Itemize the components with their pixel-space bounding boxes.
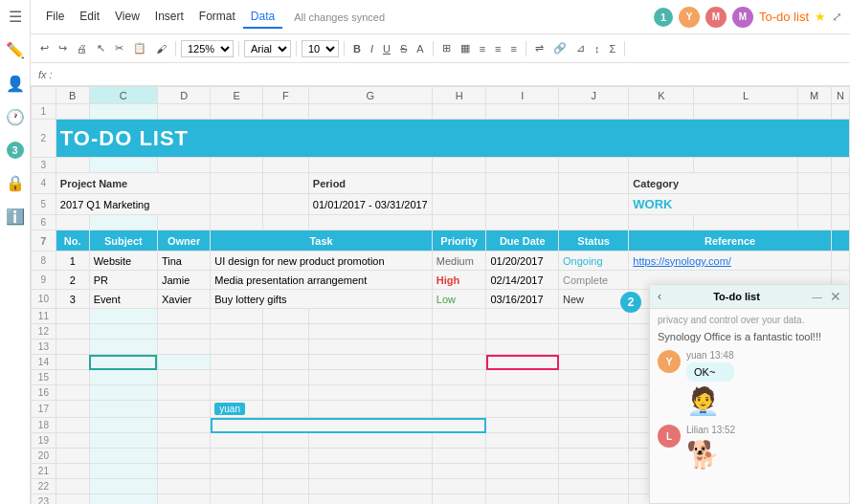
font-color-btn[interactable]: A	[413, 41, 427, 56]
cell-F5[interactable]	[262, 194, 308, 215]
cell-N5[interactable]	[831, 194, 849, 215]
badge-2[interactable]: 2	[620, 292, 641, 313]
cursor-btn[interactable]: ↖	[93, 40, 109, 56]
cell-F6[interactable]	[262, 215, 308, 230]
cell-H4[interactable]	[432, 173, 486, 194]
cell-no-1[interactable]: 1	[56, 252, 89, 271]
cell-M6[interactable]	[797, 215, 831, 230]
col-header-B[interactable]: B	[56, 87, 89, 104]
cell-L1[interactable]	[694, 104, 797, 120]
edit-icon[interactable]: ✏️	[6, 41, 25, 59]
cell-D1[interactable]	[157, 104, 210, 120]
col-header-H[interactable]: H	[432, 87, 486, 104]
format-paint-btn[interactable]: 🖌	[152, 41, 170, 56]
wrap-btn[interactable]: ⇌	[531, 40, 548, 56]
merge-btn[interactable]: ⊞	[438, 40, 455, 56]
sigma-btn[interactable]: Σ	[605, 41, 619, 56]
menu-data[interactable]: Data	[243, 6, 282, 29]
col-header-M[interactable]: M	[797, 87, 831, 104]
cell-no-2[interactable]: 2	[56, 271, 89, 290]
col-header-C[interactable]: C	[89, 87, 157, 104]
cell-J5[interactable]	[559, 194, 629, 215]
clock-icon[interactable]: 🕐	[6, 108, 25, 126]
cell-owner-2[interactable]: Jamie	[157, 271, 210, 290]
formula-input[interactable]	[58, 69, 842, 80]
cell-N4[interactable]	[831, 173, 849, 194]
selected-cell-I14[interactable]	[486, 355, 559, 370]
cell-E3[interactable]	[211, 158, 263, 173]
menu-view[interactable]: View	[107, 6, 147, 29]
cell-I4[interactable]	[486, 173, 559, 194]
cell-N1[interactable]	[831, 104, 849, 120]
expand-icon[interactable]: ⤢	[832, 10, 842, 24]
cell-task-1[interactable]: UI design for new product promotion	[211, 252, 432, 271]
cell-F4[interactable]	[262, 173, 308, 194]
notification-badge[interactable]: 1	[654, 8, 673, 27]
menu-insert[interactable]: Insert	[147, 6, 191, 29]
col-header-F[interactable]: F	[262, 87, 308, 104]
cell-C6[interactable]	[89, 215, 157, 230]
cell-J3[interactable]	[559, 158, 629, 173]
cell-F3[interactable]	[262, 158, 308, 173]
cut-btn[interactable]: ✂	[111, 40, 127, 56]
cell-N8[interactable]	[831, 252, 849, 271]
cell-E6[interactable]	[211, 215, 263, 230]
cell-J6[interactable]	[559, 215, 629, 230]
cell-M3[interactable]	[797, 158, 831, 173]
cell-B1[interactable]	[56, 104, 89, 120]
cell-priority-2[interactable]: High	[432, 271, 486, 290]
star-icon[interactable]: ★	[815, 10, 826, 24]
print-btn[interactable]: 🖨	[73, 41, 91, 56]
cell-yuan-typing[interactable]: yuan	[211, 401, 263, 418]
cell-I3[interactable]	[486, 158, 559, 173]
selected-cell-C14[interactable]	[89, 355, 157, 370]
cell-H6[interactable]	[432, 215, 486, 230]
undo-btn[interactable]: ↩	[36, 40, 53, 56]
cell-J4[interactable]	[559, 173, 629, 194]
cell-ref-1[interactable]: https://synology.com/	[629, 252, 831, 271]
cell-D6[interactable]	[157, 215, 210, 230]
cell-K3[interactable]	[629, 158, 694, 173]
col-header-E[interactable]: E	[211, 87, 263, 104]
cell-E4[interactable]	[211, 173, 263, 194]
font-select[interactable]: Arial	[244, 40, 291, 57]
cell-K1[interactable]	[629, 104, 694, 120]
cell-status-2[interactable]: Complete	[559, 271, 629, 290]
cell-L6[interactable]	[694, 215, 797, 230]
cell-subject-1[interactable]: Website	[89, 252, 157, 271]
avatar-y[interactable]: Y	[679, 7, 700, 28]
chat-close-btn[interactable]: ✕	[830, 289, 841, 304]
align-center-btn[interactable]: ≡	[491, 41, 504, 56]
cell-I6[interactable]	[486, 215, 559, 230]
minimize-btn[interactable]: —	[812, 291, 822, 302]
cell-due-1[interactable]: 01/20/2017	[486, 252, 559, 271]
cell-L3[interactable]	[694, 158, 797, 173]
cell-G6[interactable]	[308, 215, 432, 230]
cell-I5[interactable]	[486, 194, 559, 215]
link-btn[interactable]: 🔗	[549, 40, 570, 56]
strikethrough-btn[interactable]: S	[396, 41, 411, 56]
chat-back-btn[interactable]: ‹	[658, 290, 661, 303]
hamburger-icon[interactable]: ☰	[9, 8, 22, 26]
cell-F1[interactable]	[262, 104, 308, 120]
col-header-J[interactable]: J	[559, 87, 629, 104]
avatar-m2[interactable]: M	[732, 7, 753, 28]
cell-H3[interactable]	[432, 158, 486, 173]
cell-G3[interactable]	[308, 158, 432, 173]
cell-K6[interactable]	[629, 215, 694, 230]
cell-C1[interactable]	[89, 104, 157, 120]
cell-due-3[interactable]: 03/16/2017	[486, 290, 559, 309]
cell-H1[interactable]	[432, 104, 486, 120]
avatar-m1[interactable]: M	[705, 7, 727, 28]
lock-icon[interactable]: 🔒	[6, 174, 25, 192]
italic-btn[interactable]: I	[367, 41, 377, 56]
cell-G1[interactable]	[308, 104, 432, 120]
cell-input-row18[interactable]	[211, 418, 486, 433]
cell-status-1[interactable]: Ongoing	[559, 252, 629, 271]
cell-M5[interactable]	[797, 194, 831, 215]
align-right-btn[interactable]: ≡	[507, 41, 521, 56]
cell-M4[interactable]	[797, 173, 831, 194]
font-size-select[interactable]: 10	[302, 40, 339, 57]
cell-subject-3[interactable]: Event	[89, 290, 157, 309]
align-left-btn[interactable]: ≡	[476, 41, 489, 56]
